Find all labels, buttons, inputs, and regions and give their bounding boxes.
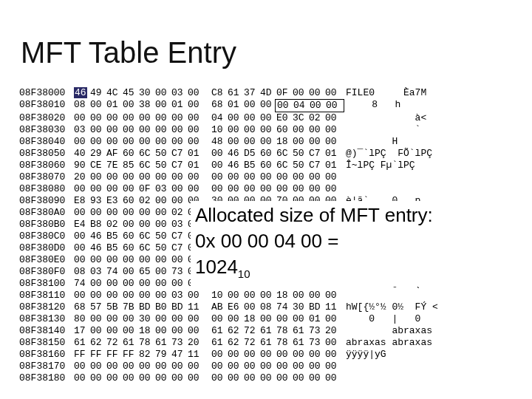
hex-byte: 50 <box>155 231 171 242</box>
overlay-line1: Allocated size of MFT entry: <box>195 202 513 228</box>
hex-byte: 00 <box>188 112 204 124</box>
hex-byte: 30 <box>293 301 309 313</box>
hex-byte: 4D <box>260 87 276 99</box>
hex-byte: 30 <box>139 313 155 325</box>
hex-byte: 00 <box>171 313 188 325</box>
hex-address: 08F38040 <box>19 136 74 148</box>
hex-byte: 00 <box>74 112 90 124</box>
hex-byte: C8 <box>211 87 228 99</box>
hex-ascii: hW[{½°½ 0½ FÝ < <box>346 301 438 313</box>
hex-byte: 00 <box>228 372 244 384</box>
overlay-prefix: 0x <box>195 230 221 252</box>
hex-byte: 00 <box>123 313 139 325</box>
hex-byte: 00 <box>106 313 123 325</box>
hex-byte: 60 <box>260 160 276 171</box>
hex-byte: 00 <box>211 313 228 325</box>
hex-byte: 61 <box>228 87 244 99</box>
hex-byte: 50 <box>293 160 309 171</box>
hex-byte: B0 <box>155 301 171 313</box>
hex-byte: 30 <box>139 87 155 99</box>
hex-ascii: à< <box>346 112 426 124</box>
hex-byte: 00 <box>188 99 204 112</box>
hex-byte: 00 <box>188 290 204 301</box>
hex-byte: 00 <box>260 99 276 112</box>
hex-byte: 00 <box>139 361 155 372</box>
hex-byte: 00 <box>309 372 325 384</box>
hex-byte: 79 <box>155 349 171 361</box>
hex-byte: 00 <box>123 219 139 231</box>
hex-byte: 00 <box>139 254 155 266</box>
hex-byte: 00 <box>260 313 276 325</box>
hex-byte: 00 <box>188 183 204 195</box>
hex-byte: 00 <box>228 290 244 301</box>
hex-byte: 00 <box>325 361 341 372</box>
hex-byte: 4C <box>106 87 123 99</box>
hex-byte: 00 <box>90 207 106 219</box>
hex-byte: 00 <box>309 183 325 195</box>
hex-byte: 60 <box>260 148 276 160</box>
hex-byte: 00 <box>123 171 139 183</box>
hex-byte: 00 <box>155 219 171 231</box>
hex-byte: 72 <box>106 337 123 349</box>
hex-byte: B5 <box>106 231 123 242</box>
hex-byte: 93 <box>90 195 106 207</box>
hex-byte: FF <box>90 349 106 361</box>
hex-byte: BD <box>171 301 188 313</box>
hex-byte: 03 <box>171 87 188 99</box>
hex-byte: 00 <box>325 171 341 183</box>
hex-byte: 00 <box>90 124 106 136</box>
hex-byte: 78 <box>139 337 155 349</box>
hex-byte: 00 <box>123 361 139 372</box>
hex-byte: 00 <box>90 372 106 384</box>
hex-byte: 20 <box>325 325 341 337</box>
hex-byte: 00 <box>325 349 341 361</box>
hex-byte: 68 <box>74 301 90 313</box>
hex-ascii: Î~lPÇ Fµ`lPÇ <box>346 160 415 171</box>
hex-byte: 00 <box>293 361 309 372</box>
hex-byte: 00 <box>325 183 341 195</box>
hex-byte: E0 <box>276 112 293 124</box>
hex-byte: BD <box>139 301 155 313</box>
hex-address: 08F38160 <box>19 349 74 361</box>
hex-byte: 00 <box>74 136 90 148</box>
hex-byte: 00 <box>139 278 155 290</box>
hex-byte: 46 <box>90 242 106 254</box>
page-title: MFT Table Entry <box>21 37 514 68</box>
hex-row: 08F38160FFFFFFFF827947110000000000000000… <box>19 349 513 361</box>
hex-byte: 61 <box>123 337 139 349</box>
hex-byte: 00 <box>139 219 155 231</box>
hex-byte: 08 <box>74 99 90 112</box>
hex-byte: 00 <box>90 361 106 372</box>
hex-byte: 00 <box>260 112 276 124</box>
hex-byte: 00 <box>90 171 106 183</box>
hex-byte: 00 <box>155 372 171 384</box>
hex-byte: 45 <box>123 87 139 99</box>
hex-byte: 00 <box>139 207 155 219</box>
hex-byte: 00 <box>155 361 171 372</box>
hex-byte: 00 <box>293 124 309 136</box>
hex-byte: 60 <box>123 231 139 242</box>
hex-byte: 00 <box>326 100 342 112</box>
hex-address: 08F38020 <box>19 112 74 124</box>
hex-byte: 08 <box>260 301 276 313</box>
hex-byte: 00 <box>155 195 171 207</box>
hex-byte: 00 <box>325 372 341 384</box>
hex-byte: 00 <box>277 100 293 112</box>
hex-byte: 00 <box>123 290 139 301</box>
hex-byte: 00 <box>155 136 171 148</box>
hex-byte: 6C <box>276 160 293 171</box>
hex-address: 08F380C0 <box>19 231 74 242</box>
hex-byte: 00 <box>90 325 106 337</box>
hex-byte: 00 <box>276 171 293 183</box>
hex-byte: 03 <box>74 124 90 136</box>
hex-byte: 00 <box>260 136 276 148</box>
hex-byte: 00 <box>106 171 123 183</box>
hex-byte: 00 <box>260 349 276 361</box>
hex-byte: 00 <box>325 337 341 349</box>
hex-byte: 00 <box>106 183 123 195</box>
hex-byte: 00 <box>309 171 325 183</box>
hex-row: 08F3801008000100380001006801000000040000… <box>19 99 513 112</box>
hex-byte: 60 <box>123 242 139 254</box>
hex-byte: 03 <box>171 219 188 231</box>
hex-byte: 6C <box>276 148 293 160</box>
